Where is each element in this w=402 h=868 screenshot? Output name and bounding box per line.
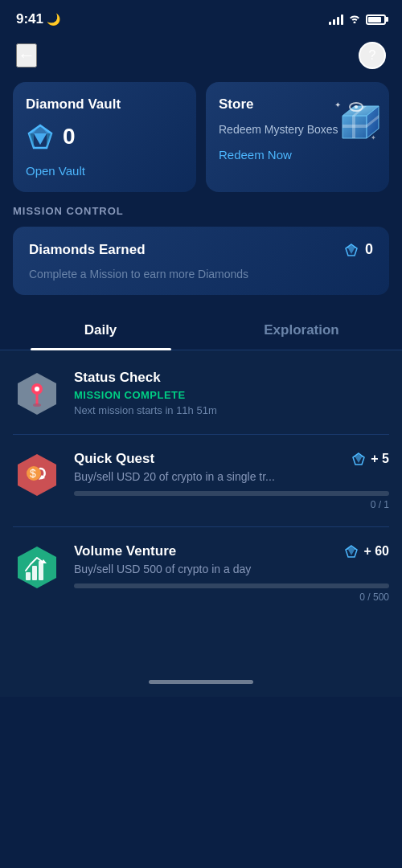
diamonds-earned-title: Diamonds Earned bbox=[29, 242, 146, 258]
quick-quest-progress-label: 0 / 1 bbox=[74, 499, 389, 510]
open-vault-link[interactable]: Open Vault bbox=[26, 164, 183, 178]
diamonds-earned-card: Diamonds Earned 0 Complete a Mission to … bbox=[13, 227, 389, 295]
svg-text:✦: ✦ bbox=[371, 134, 376, 141]
mission-next-time: Next mission starts in 11h 51m bbox=[74, 404, 389, 416]
diamonds-earned-subtitle: Complete a Mission to earn more Diamonds bbox=[29, 268, 373, 280]
svg-rect-36 bbox=[32, 566, 37, 580]
volume-venture-progress-label: 0 / 500 bbox=[74, 592, 389, 603]
volume-venture-title: Volume Venture + 60 bbox=[74, 543, 389, 559]
volume-venture-reward: + 60 bbox=[344, 544, 389, 559]
back-button[interactable]: ← bbox=[16, 43, 37, 68]
diamond-vault-title: Diamond Vault bbox=[26, 96, 183, 113]
cards-row: Diamond Vault 0 Open Vault Store Redeem … bbox=[0, 82, 402, 192]
tab-exploration[interactable]: Exploration bbox=[201, 311, 402, 350]
volume-venture-progress-bg bbox=[74, 583, 389, 588]
status-icons bbox=[329, 13, 386, 26]
mission-item-volume-venture: Volume Venture + 60 Buy/sell USD 500 of … bbox=[13, 527, 389, 619]
svg-rect-37 bbox=[39, 561, 43, 580]
quick-quest-title: Quick Quest + 5 bbox=[74, 451, 389, 467]
diamond-vault-card: Diamond Vault 0 Open Vault bbox=[13, 82, 196, 192]
tab-daily[interactable]: Daily bbox=[0, 311, 201, 350]
wifi-icon bbox=[348, 13, 361, 26]
reward-diamond-icon-1 bbox=[351, 452, 366, 466]
help-button[interactable]: ? bbox=[359, 42, 386, 69]
store-card: Store Redeem Mystery Boxes Redeem Now bbox=[206, 82, 389, 192]
quick-quest-hex-icon: $ bbox=[13, 451, 61, 499]
volume-venture-content: Volume Venture + 60 Buy/sell USD 500 of … bbox=[74, 543, 389, 603]
home-indicator bbox=[0, 672, 402, 697]
status-check-hex-icon bbox=[13, 370, 61, 418]
home-bar bbox=[149, 680, 253, 684]
nav-bar: ← ? bbox=[0, 35, 402, 82]
diamond-count-row: 0 bbox=[26, 122, 183, 151]
reward-diamond-icon-2 bbox=[344, 544, 359, 559]
signal-bars-icon bbox=[329, 14, 343, 25]
missions-list: Status Check MISSION COMPLETE Next missi… bbox=[0, 350, 402, 672]
diamond-icon-large bbox=[26, 122, 55, 151]
quick-quest-reward: + 5 bbox=[351, 452, 389, 466]
status-check-title: Status Check bbox=[74, 370, 389, 386]
volume-venture-description: Buy/sell USD 500 of crypto in a day bbox=[74, 563, 389, 575]
svg-point-25 bbox=[33, 403, 41, 407]
quick-quest-description: Buy/sell USD 20 of crypto in a single tr… bbox=[74, 470, 389, 483]
redeem-now-link[interactable]: Redeem Now bbox=[219, 148, 376, 162]
tabs-container: Daily Exploration bbox=[0, 311, 402, 350]
diamonds-earned-count: 0 bbox=[344, 241, 373, 258]
svg-point-15 bbox=[355, 105, 358, 108]
svg-marker-4 bbox=[34, 133, 47, 145]
earned-diamond-icon bbox=[344, 243, 359, 257]
diamond-vault-count: 0 bbox=[63, 124, 76, 149]
mission-control-label: MISSION CONTROL bbox=[13, 205, 389, 217]
mission-item-quick-quest: $ Quick Quest + 5 Buy/sell USD 20 o bbox=[13, 435, 389, 527]
mission-control-section: MISSION CONTROL Diamonds Earned 0 Comple… bbox=[0, 205, 402, 295]
mystery-box-icon: ✦ ✦ bbox=[330, 92, 383, 144]
volume-venture-hex-icon bbox=[13, 543, 61, 592]
svg-rect-11 bbox=[352, 116, 355, 138]
svg-rect-35 bbox=[26, 572, 31, 580]
svg-text:$: $ bbox=[30, 467, 36, 480]
earned-count-value: 0 bbox=[365, 241, 373, 258]
status-bar: 9:41 🌙 bbox=[0, 0, 402, 35]
mission-item-status-check: Status Check MISSION COMPLETE Next missi… bbox=[13, 354, 389, 435]
status-check-content: Status Check MISSION COMPLETE Next missi… bbox=[74, 370, 389, 416]
mission-complete-badge: MISSION COMPLETE bbox=[74, 389, 389, 401]
svg-text:✦: ✦ bbox=[334, 100, 341, 109]
diamonds-earned-header: Diamonds Earned 0 bbox=[29, 241, 373, 258]
battery-icon bbox=[366, 14, 386, 25]
quick-quest-progress-bg bbox=[74, 491, 389, 496]
status-time: 9:41 bbox=[16, 11, 43, 27]
svg-point-24 bbox=[35, 387, 39, 391]
quick-quest-content: Quick Quest + 5 Buy/sell USD 20 of crypt… bbox=[74, 451, 389, 510]
moon-icon: 🌙 bbox=[47, 13, 60, 26]
